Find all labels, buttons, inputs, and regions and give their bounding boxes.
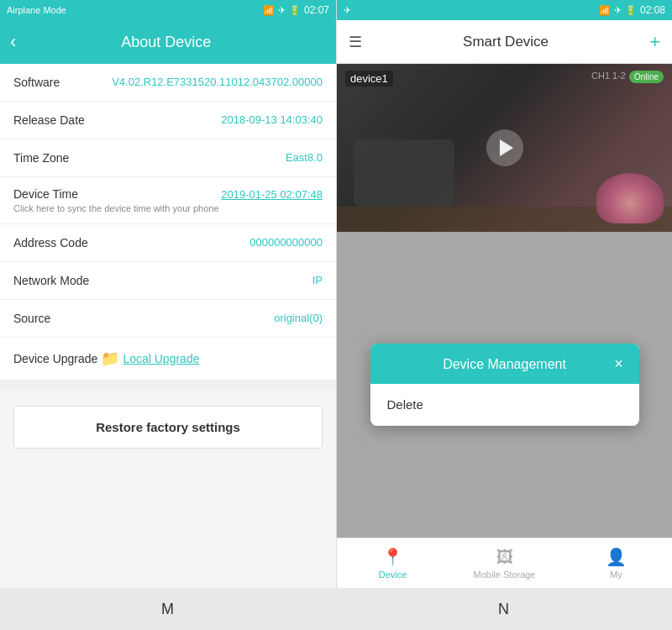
- address-code-value: 000000000000: [97, 236, 323, 249]
- folder-icon: 📁: [101, 349, 119, 368]
- page-title-n: Smart Device: [362, 34, 649, 50]
- network-mode-label: Network Mode: [13, 274, 97, 287]
- channel-label: CH1 1-2: [591, 71, 626, 81]
- restore-factory-button[interactable]: Restore factory settings: [13, 406, 323, 449]
- label-n: N: [336, 601, 672, 618]
- device-nav-icon: 📍: [382, 547, 403, 567]
- release-date-label: Release Date: [13, 113, 97, 127]
- signal-icon-m: ✈: [278, 5, 286, 16]
- status-bar-n: ✈ 📶 ✈ 🔋 02:08: [337, 0, 672, 20]
- device-time-label: Device Time: [13, 187, 78, 201]
- restore-section: Restore factory settings: [0, 389, 336, 465]
- dialog-header: Device Management ×: [370, 344, 639, 384]
- wifi-icon-m: 📶: [263, 5, 275, 16]
- top-bar-m: ‹ About Device: [0, 20, 336, 64]
- screen-n: ✈ 📶 ✈ 🔋 02:08 ☰ Smart Device + device1 C…: [336, 0, 672, 588]
- time-zone-label: Time Zone: [13, 151, 97, 165]
- source-value: original(0): [97, 312, 323, 324]
- release-date-value: 2018-09-13 14:03:40: [97, 113, 323, 126]
- nav-my[interactable]: 👤 My: [560, 542, 672, 585]
- online-badge: Online: [629, 71, 664, 83]
- device-upgrade-row: Device Upgrade 📁 Local Upgrade: [0, 338, 336, 381]
- software-row: Software V4.02.R12.E7331520.11012.043702…: [0, 64, 336, 102]
- add-device-button[interactable]: +: [649, 31, 660, 53]
- time-n: 02:08: [640, 4, 665, 16]
- screen-m: Airplane Mode 📶 ✈ 🔋 02:07 ‹ About Device…: [0, 0, 336, 588]
- about-device-content: Software V4.02.R12.E7331520.11012.043702…: [0, 64, 336, 588]
- back-button-m[interactable]: ‹: [10, 31, 16, 53]
- page-title-m: About Device: [26, 34, 306, 51]
- content-area-n: Device Management × Delete: [337, 232, 672, 538]
- airplane-mode-m: Airplane Mode: [7, 5, 66, 15]
- device-label: device1: [345, 71, 393, 87]
- storage-nav-icon: 🖼: [496, 548, 513, 567]
- device-time-value[interactable]: 2019-01-25 02:07:48: [221, 188, 323, 201]
- my-nav-label: My: [610, 570, 622, 580]
- storage-nav-label: Mobile Storage: [474, 570, 536, 580]
- source-row: Source original(0): [0, 300, 336, 338]
- software-value: V4.02.R12.E7331520.11012.043702.00000: [97, 76, 323, 88]
- label-m: M: [0, 601, 336, 618]
- dialog-close-button[interactable]: ×: [609, 354, 629, 374]
- play-button[interactable]: [486, 129, 523, 166]
- address-code-row: Address Code 000000000000: [0, 224, 336, 262]
- network-mode-value: IP: [97, 274, 323, 286]
- source-label: Source: [13, 312, 97, 325]
- device-time-subtext: Click here to sync the device time with …: [13, 203, 323, 213]
- time-m: 02:07: [304, 4, 329, 16]
- local-upgrade-link[interactable]: Local Upgrade: [123, 352, 199, 365]
- device-management-dialog: Device Management × Delete: [370, 344, 639, 426]
- network-mode-row: Network Mode IP: [0, 262, 336, 300]
- dialog-overlay: Device Management × Delete: [337, 232, 672, 538]
- battery-icon-n: 🔋: [625, 5, 637, 16]
- bottom-nav: 📍 Device 🖼 Mobile Storage 👤 My: [337, 538, 672, 588]
- device-time-row[interactable]: Device Time 2019-01-25 02:07:48 Click he…: [0, 177, 336, 224]
- wifi-icon-n: 📶: [599, 5, 611, 16]
- software-label: Software: [13, 76, 97, 89]
- flowers-decoration: [596, 173, 664, 223]
- dialog-content: Delete: [370, 384, 639, 426]
- device-nav-label: Device: [379, 570, 407, 580]
- time-zone-row: Time Zone East8.0: [0, 139, 336, 177]
- delete-item[interactable]: Delete: [370, 384, 639, 426]
- camera-view[interactable]: device1 CH1 1-2 Online: [337, 64, 672, 232]
- battery-icon-m: 🔋: [289, 5, 301, 16]
- menu-icon[interactable]: ☰: [349, 33, 362, 51]
- signal-icon-n: ✈: [614, 5, 622, 16]
- address-code-label: Address Code: [13, 236, 97, 249]
- section-gap: [0, 381, 336, 389]
- status-bar-m: Airplane Mode 📶 ✈ 🔋 02:07: [0, 0, 336, 20]
- airplane-mode-n: ✈: [344, 5, 351, 16]
- time-zone-value: East8.0: [97, 151, 323, 164]
- dialog-title: Device Management: [443, 357, 566, 372]
- screen-labels: M N: [0, 588, 672, 630]
- device-upgrade-label: Device Upgrade: [13, 352, 97, 365]
- release-date-row: Release Date 2018-09-13 14:03:40: [0, 102, 336, 139]
- my-nav-icon: 👤: [606, 547, 627, 567]
- nav-mobile-storage[interactable]: 🖼 Mobile Storage: [449, 543, 560, 585]
- nav-device[interactable]: 📍 Device: [337, 542, 449, 585]
- top-bar-n: ☰ Smart Device +: [337, 20, 672, 64]
